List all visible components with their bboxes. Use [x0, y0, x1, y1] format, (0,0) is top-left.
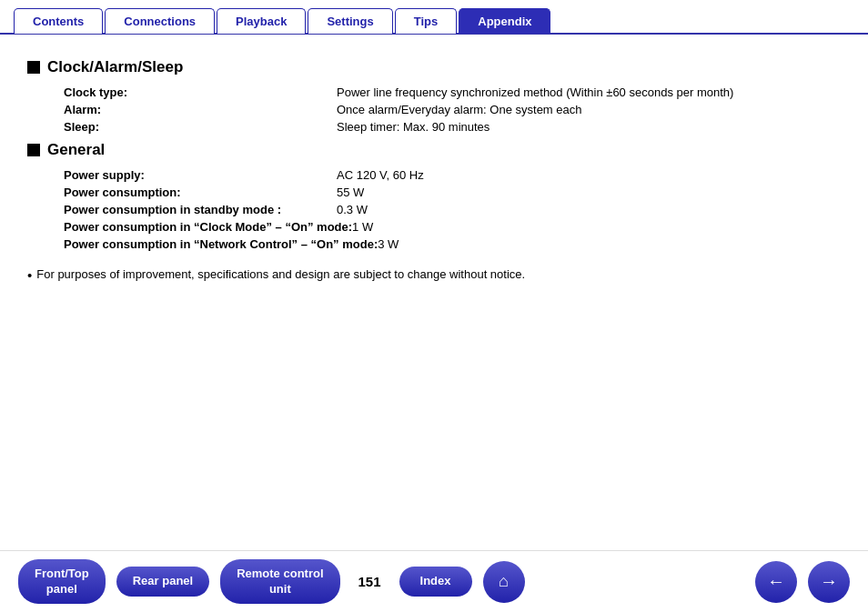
- spec-label: Power consumption:: [64, 186, 337, 199]
- spec-row: Clock type:Power line frequency synchron…: [64, 85, 841, 99]
- notice-content: For purposes of improvement, specificati…: [36, 267, 525, 281]
- rear-panel-button[interactable]: Rear panel: [116, 567, 209, 597]
- tab-connections[interactable]: Connections: [105, 8, 215, 34]
- spec-label: Alarm:: [64, 103, 337, 116]
- spec-row: Sleep:Sleep timer: Max. 90 minutes: [64, 120, 841, 134]
- spec-value: Sleep timer: Max. 90 minutes: [337, 120, 490, 134]
- spec-row: Power consumption:55 W: [64, 186, 841, 199]
- spec-label: Clock type:: [64, 85, 337, 99]
- footer-bar: Front/Top panelRear panelRemote control …: [0, 550, 868, 612]
- spec-table-general: Power supply:AC 120 V, 60 HzPower consum…: [64, 168, 841, 251]
- section-bullet-icon: [27, 144, 40, 156]
- remote-control-unit-button[interactable]: Remote control unit: [220, 559, 339, 605]
- spec-value: 1 W: [352, 220, 373, 234]
- spec-value: 0.3 W: [337, 203, 368, 216]
- spec-value: AC 120 V, 60 Hz: [337, 168, 424, 182]
- spec-label: Power consumption in “Clock Mode” – “On”…: [64, 220, 352, 234]
- spec-value: 3 W: [378, 237, 399, 251]
- notice-bullet-icon: •: [27, 267, 32, 284]
- spec-table-clock-alarm-sleep: Clock type:Power line frequency synchron…: [64, 85, 841, 134]
- spec-row: Power supply:AC 120 V, 60 Hz: [64, 168, 841, 182]
- spec-value: 55 W: [337, 186, 364, 199]
- prev-page-button[interactable]: ←: [755, 561, 797, 603]
- next-page-button[interactable]: →: [808, 561, 850, 603]
- spec-row: Alarm:Once alarm/Everyday alarm: One sys…: [64, 103, 841, 116]
- section-title-general: General: [27, 141, 841, 159]
- section-title-text: Clock/Alarm/Sleep: [47, 58, 183, 76]
- tab-appendix[interactable]: Appendix: [459, 8, 550, 34]
- spec-value: Power line frequency synchronized method…: [337, 85, 733, 99]
- spec-label: Sleep:: [64, 120, 337, 134]
- spec-value: Once alarm/Everyday alarm: One system ea…: [337, 103, 582, 116]
- section-title-clock-alarm-sleep: Clock/Alarm/Sleep: [27, 58, 841, 76]
- tab-tips[interactable]: Tips: [395, 8, 458, 34]
- tab-settings[interactable]: Settings: [308, 8, 392, 34]
- spec-row: Power consumption in standby mode :0.3 W: [64, 203, 841, 216]
- notice-text: •For purposes of improvement, specificat…: [27, 267, 841, 284]
- section-title-text: General: [47, 141, 105, 159]
- spec-row: Power consumption in “Network Control” –…: [64, 237, 841, 251]
- tab-playback[interactable]: Playback: [217, 8, 306, 34]
- page-number: 151: [358, 574, 381, 589]
- spec-row: Power consumption in “Clock Mode” – “On”…: [64, 220, 841, 234]
- spec-label: Power consumption in “Network Control” –…: [64, 237, 378, 251]
- tab-contents[interactable]: Contents: [14, 8, 103, 34]
- spec-label: Power supply:: [64, 168, 337, 182]
- home-button[interactable]: ⌂: [483, 561, 525, 603]
- main-content: Clock/Alarm/SleepClock type:Power line f…: [0, 35, 868, 293]
- spec-label: Power consumption in standby mode :: [64, 203, 337, 216]
- section-bullet-icon: [27, 61, 40, 74]
- tab-navigation: ContentsConnectionsPlaybackSettingsTipsA…: [0, 0, 868, 35]
- index-button[interactable]: Index: [399, 567, 472, 597]
- front-top-panel-button[interactable]: Front/Top panel: [18, 559, 106, 605]
